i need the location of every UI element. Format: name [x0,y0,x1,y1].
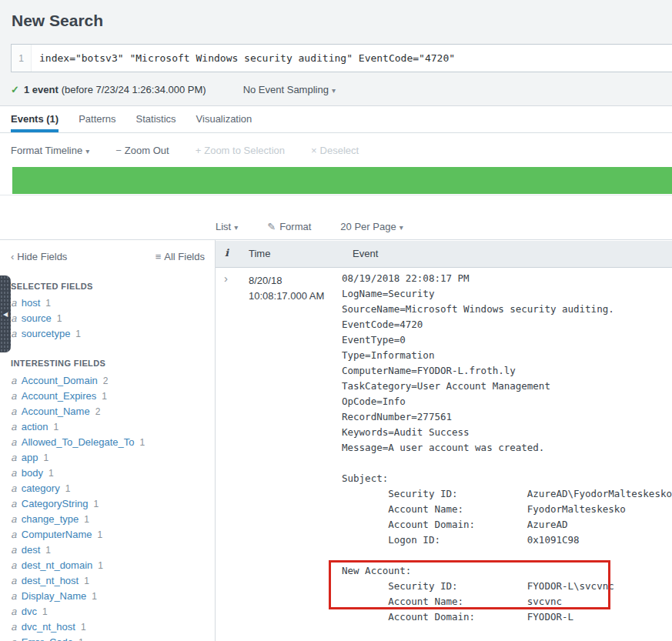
info-icon: i [225,247,229,259]
events-table-header: i Time Event [216,241,672,268]
format-timeline-dropdown[interactable]: Format Timeline▾ [11,145,89,156]
collapse-left-icon: ◀ [3,309,8,319]
field-item-display-name[interactable]: aDisplay_Name1 [11,590,97,606]
field-item-sourcetype[interactable]: asourcetype1 [11,328,81,343]
event-time[interactable]: 8/20/18 10:08:17.000 AM [249,273,324,304]
field-type-icon: a [11,606,17,617]
field-type-icon: a [11,436,17,448]
interesting-fields-header: INTERESTING FIELDS [11,359,105,368]
plus-icon: + [196,145,202,156]
sidebar-collapse-handle[interactable]: ◀ [0,275,11,352]
selected-fields-header: SELECTED FIELDS [11,282,93,291]
field-type-icon: a [11,375,17,386]
field-type-icon: a [11,559,17,571]
event-row: › 8/20/18 10:08:17.000 AM 08/19/2018 22:… [216,268,672,641]
field-item-account-domain[interactable]: aAccount_Domain2 [11,375,108,390]
zoom-to-selection-button[interactable]: +Zoom to Selection [196,145,285,156]
field-type-icon: a [11,544,17,556]
page-title: New Search [12,12,103,30]
results-tabs: Events (1) Patterns Statistics Visualiza… [0,107,672,133]
all-fields-button[interactable]: ≡All Fields [155,251,205,262]
caret-down-icon: ▾ [400,223,403,232]
tab-events[interactable]: Events (1) [11,107,59,132]
time-note: (before 7/23/24 1:26:34.000 PM) [62,84,206,95]
deselect-button[interactable]: ×Deselect [311,145,359,156]
field-type-icon: a [11,452,17,463]
field-type-icon: a [11,621,17,633]
timeline-baseline [0,195,672,195]
line-number-gutter: 1 [12,45,32,72]
field-item-dest-nt-domain[interactable]: adest_nt_domain1 [11,559,103,575]
event-column-header: Event [353,248,378,259]
field-item-account-expires[interactable]: aAccount_Expires1 [11,390,107,406]
field-type-icon: a [11,513,17,525]
field-type-icon: a [11,406,17,417]
timeline-controls: Format Timeline▾ −Zoom Out +Zoom to Sele… [0,134,672,166]
field-item-dvc-nt-host[interactable]: advc_nt_host1 [11,621,86,636]
field-type-icon: a [11,297,17,309]
field-item-dvc[interactable]: advc1 [11,606,48,621]
field-type-icon: a [11,328,17,339]
search-bar[interactable]: 1 index="botsv3" "Microsoft Windows secu… [11,44,672,72]
event-count: 1 event [24,84,59,95]
per-page-dropdown[interactable]: 20 Per Page▾ [340,221,403,232]
field-item-dest-nt-host[interactable]: adest_nt_host1 [11,575,89,590]
chevron-right-icon[interactable]: › [224,272,228,285]
field-item-body[interactable]: abody1 [11,467,54,482]
timeline-histogram-bar[interactable] [12,167,672,194]
field-item-dest[interactable]: adest1 [11,544,51,559]
field-item-account-name[interactable]: aAccount_Name2 [11,406,100,421]
field-item-change-type[interactable]: achange_type1 [11,513,89,529]
field-type-icon: a [11,529,17,540]
caret-down-icon: ▾ [85,147,89,155]
field-type-icon: a [11,312,17,324]
events-table: i Time Event › 8/20/18 10:08:17.000 AM 0… [216,240,672,641]
field-item-error-code[interactable]: aError_Code1 [11,636,84,641]
tab-statistics[interactable]: Statistics [136,107,176,132]
field-type-icon: a [11,421,17,432]
field-item-allowed-to-delegate-to[interactable]: aAllowed_To_Delegate_To1 [11,436,145,452]
format-results-button[interactable]: ✎Format [267,221,311,232]
zoom-out-button[interactable]: −Zoom Out [115,145,169,156]
field-type-icon: a [11,467,17,479]
caret-down-icon: ▾ [234,223,238,232]
time-column-header: Time [249,248,270,259]
field-type-icon: a [11,482,17,494]
field-type-icon: a [11,575,17,586]
event-sampling-dropdown[interactable]: No Event Sampling▾ [243,84,336,95]
event-raw-text: 08/19/2018 22:08:17 PM LogName=Security … [342,271,672,625]
hide-fields-button[interactable]: ‹Hide Fields [11,251,67,262]
field-item-action[interactable]: aaction1 [11,421,59,436]
tab-visualization[interactable]: Visualization [196,107,252,132]
close-icon: × [311,145,317,156]
list-icon: ≡ [155,251,162,262]
field-type-icon: a [11,636,17,641]
caret-down-icon: ▾ [332,86,336,95]
chevron-left-icon: ‹ [11,251,14,262]
pencil-icon: ✎ [267,221,276,232]
list-view-dropdown[interactable]: List▾ [216,221,238,232]
tab-patterns[interactable]: Patterns [79,107,115,132]
field-item-computername[interactable]: aComputerName1 [11,529,102,544]
minus-icon: − [115,145,122,156]
field-item-app[interactable]: aapp1 [11,452,48,467]
field-type-icon: a [11,590,17,602]
check-icon: ✓ [11,84,19,95]
field-item-source[interactable]: asource1 [11,312,62,328]
results-controls: List▾ ✎Format 20 Per Page▾ [216,215,672,238]
field-item-host[interactable]: ahost1 [11,297,51,312]
fields-sidebar: ‹Hide Fields ≡All Fields ◀ SELECTED FIEL… [0,240,216,641]
field-type-icon: a [11,498,17,509]
field-type-icon: a [11,390,17,402]
field-item-category[interactable]: acategory1 [11,482,70,498]
search-input[interactable]: index="botsv3" "Microsoft Windows securi… [32,45,672,72]
search-header: New Search 1 index="botsv3" "Microsoft W… [0,0,672,106]
field-item-categorystring[interactable]: aCategoryString1 [11,498,99,513]
